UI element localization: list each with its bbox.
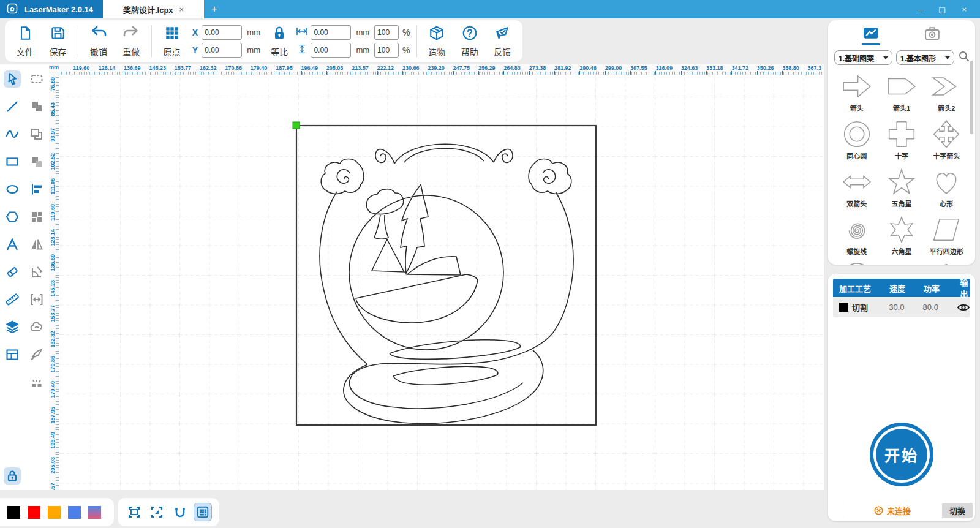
text-tool[interactable]: [4, 236, 21, 253]
lock-tool[interactable]: [4, 467, 21, 485]
gallery-filters: 1.基础图案 1.基本图形: [828, 49, 975, 69]
marquee-select-tool[interactable]: [28, 70, 45, 88]
bezier-pen-tool[interactable]: [28, 346, 45, 363]
duplicate-tool[interactable]: [28, 126, 45, 143]
shape-item-parallelogram[interactable]: 平行四边形: [924, 212, 969, 258]
shape-item-arrow1[interactable]: 箭头1: [879, 69, 924, 115]
x-input[interactable]: [202, 25, 242, 40]
shape-item-partial[interactable]: [879, 260, 924, 265]
document-tab[interactable]: 奖牌设计.lcpx ×: [103, 0, 204, 18]
width-input[interactable]: [311, 25, 351, 40]
shape-item-cross-arrows[interactable]: 十字箭头: [924, 116, 969, 163]
y-label: Y: [190, 45, 199, 55]
height-percent-input[interactable]: [374, 43, 399, 58]
h-ruler: .06119.60128.14136.69145.23153.77162.321…: [59, 64, 824, 75]
window-controls: – ▢ ×: [918, 0, 980, 18]
shape-item-heart[interactable]: 心形: [924, 164, 969, 211]
layers-tool[interactable]: [4, 319, 21, 336]
y-input[interactable]: [202, 43, 242, 58]
width-percent-input[interactable]: [374, 25, 399, 40]
undo-icon: [90, 25, 107, 43]
shape-grid: 箭头 箭头1 箭头2 同心圆 十字 十字箭头: [828, 69, 975, 265]
color-swatch-red[interactable]: [28, 506, 40, 519]
shape-item-concentric-circles[interactable]: 同心圆: [834, 116, 879, 163]
subtract-boolean-tool[interactable]: [28, 153, 45, 170]
selection-handle[interactable]: [293, 122, 300, 129]
start-button[interactable]: 开始: [870, 423, 933, 486]
color-swatch-orange[interactable]: [48, 506, 61, 519]
shape-item-partial-triangle[interactable]: [924, 260, 969, 265]
stamp-cloud-tool[interactable]: [28, 319, 45, 336]
gallery-scrollbar[interactable]: [970, 61, 973, 134]
shape-item-double-arrow[interactable]: 双箭头: [834, 164, 879, 211]
mirror-tool[interactable]: [28, 236, 45, 253]
save-button[interactable]: 保存: [42, 25, 75, 58]
subcategory-dropdown[interactable]: 1.基本图形: [896, 50, 954, 65]
undo-button[interactable]: 撤销: [82, 25, 115, 58]
tab-close-icon[interactable]: ×: [179, 5, 184, 14]
disconnected-icon: [874, 506, 883, 515]
height-input[interactable]: [311, 43, 351, 58]
angle-measure-tool[interactable]: [28, 263, 45, 281]
shape-item-star5[interactable]: 五角星: [879, 164, 924, 211]
curve-tool[interactable]: [4, 126, 21, 143]
shape-item-star6[interactable]: 六角星: [879, 212, 924, 258]
h-ruler-tick: 333.18: [706, 65, 723, 71]
shape-item-spiral[interactable]: 螺旋线: [834, 212, 879, 258]
break-apart-tool[interactable]: [28, 374, 45, 391]
grid-toggle-button[interactable]: [194, 503, 212, 521]
table-tool[interactable]: [4, 346, 21, 363]
maximize-button[interactable]: ▢: [938, 5, 946, 14]
help-button[interactable]: 帮助: [453, 25, 486, 58]
shape-item-arrow[interactable]: 箭头: [834, 69, 879, 115]
origin-button[interactable]: 原点: [156, 25, 189, 58]
expand-tool[interactable]: [28, 291, 45, 308]
switch-device-button[interactable]: 切换: [942, 503, 973, 518]
ellipse-tool[interactable]: [4, 181, 21, 198]
shape-item-arrow2[interactable]: 箭头2: [924, 69, 969, 115]
toolbar-divider: [417, 25, 417, 57]
v-ruler-tick: 196.49: [50, 432, 56, 449]
v-ruler-tick: 76.89: [50, 77, 56, 91]
h-ruler-tick: 119.60: [73, 65, 89, 71]
color-swatch-blue[interactable]: [68, 506, 81, 519]
fit-selection-button[interactable]: [148, 503, 166, 521]
layer-color-swatch[interactable]: [839, 303, 848, 312]
work-area-frame-button[interactable]: [125, 503, 143, 521]
pattern-library-tab[interactable]: [862, 26, 880, 45]
ruler-tool[interactable]: [4, 291, 21, 308]
h-ruler-tick: 205.03: [326, 65, 344, 71]
polygon-tool[interactable]: [4, 208, 21, 225]
feedback-button[interactable]: 反馈: [486, 25, 519, 58]
minimize-button[interactable]: –: [918, 5, 922, 14]
align-tool[interactable]: [28, 181, 45, 198]
line-tool[interactable]: [4, 98, 21, 115]
shape-item-partial-arc[interactable]: [834, 260, 879, 265]
weld-boolean-tool[interactable]: [28, 98, 45, 115]
close-button[interactable]: ×: [962, 5, 967, 14]
redo-button[interactable]: 重做: [115, 25, 148, 58]
category-dropdown[interactable]: 1.基础图案: [834, 50, 892, 65]
camera-tab[interactable]: [923, 26, 941, 45]
rectangle-tool[interactable]: [4, 153, 21, 170]
v-ruler-tick: 136.69: [50, 254, 56, 271]
process-table-row[interactable]: 切割 30.0 80.0: [833, 297, 970, 317]
arrange-blocks-tool[interactable]: [28, 208, 45, 225]
h-ruler-tick: 324.63: [681, 65, 698, 71]
magnet-snap-button[interactable]: [171, 503, 189, 521]
eraser-tool[interactable]: [4, 263, 21, 281]
create-button[interactable]: 造物: [420, 25, 453, 58]
color-swatch-gradient[interactable]: [88, 506, 101, 519]
h-ruler-tick: 170.86: [225, 65, 242, 71]
output-visibility-toggle[interactable]: [957, 303, 970, 312]
file-button[interactable]: 文件: [9, 25, 42, 58]
select-tool[interactable]: [4, 70, 21, 88]
shape-item-cross[interactable]: 十字: [879, 116, 924, 163]
color-swatch-black[interactable]: [7, 506, 20, 519]
connection-status[interactable]: 未连接: [843, 503, 942, 518]
new-tab-button[interactable]: +: [204, 0, 225, 18]
home-icon[interactable]: [6, 2, 18, 17]
proportional-lock-button[interactable]: 等比: [265, 25, 293, 58]
design-canvas[interactable]: [59, 75, 824, 490]
search-icon[interactable]: [958, 50, 970, 65]
